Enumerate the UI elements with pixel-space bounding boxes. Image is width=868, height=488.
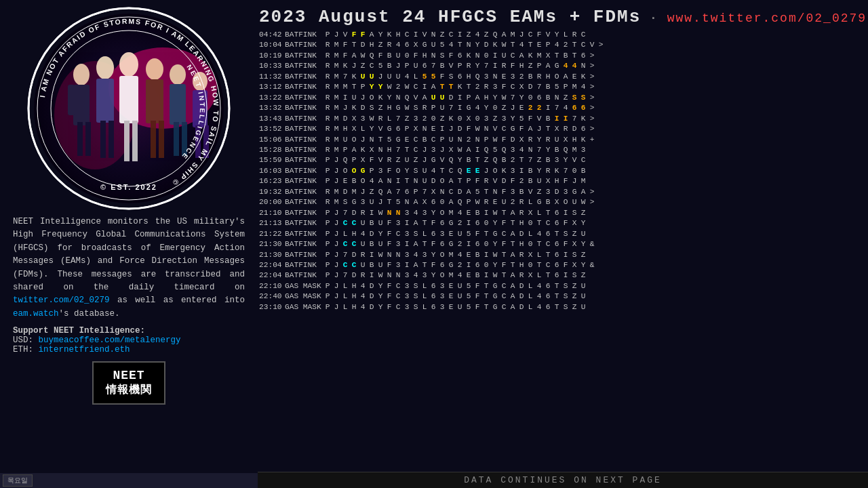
row-station: BATFINK [285,103,324,113]
svg-point-16 [170,64,186,85]
row-chars: RMDX3WRL7Z320ZK0X03Z3Y5FVBII7K> [324,114,595,124]
svg-rect-9 [83,85,90,115]
row-chars: RMPAKXNH7TCJ3JXWAIQ5Q34N7YBQM3 [324,145,587,155]
table-row: 04:42BATFINKPJVFFAYKHCIVNZCIZ4ZQAMJCFVYL… [259,30,863,40]
row-chars: PJCCUBUF3IATF6G2I60YFTH0TC6FXY& [324,260,595,270]
row-station: BATFINK [285,166,324,176]
table-row: 21:30BATFINKPJ7DRIWNN343YOM4EBIWTARXLT6I… [259,250,863,260]
row-time: 16:23 [259,176,285,186]
table-row: 19:32BATFINKRMDMJZQA76P7XNCDA5TNF3BVZ3D3… [259,187,863,197]
row-station: GAS MASK [285,281,324,291]
row-chars: RMHXLYVG6PXNEIJDFWNVCGFAJTXRD6> [324,124,595,134]
row-station: BATFINK [285,72,324,82]
row-time: 22:40 [259,291,285,302]
row-chars: RMFTDHZR46XGU54TNYDKWT4TEP42TCV> [324,40,604,50]
row-station: BATFINK [285,197,324,207]
row-station: BATFINK [285,260,324,270]
table-row: 13:32BATFINKRMJKDSZHGWSRPU7IG4Y0ZJE22I74… [259,103,863,113]
row-chars: RMIUJOKYNQVAUUDIPAHYW7Y06BNZSS> [324,93,595,103]
row-time: 23:10 [259,302,285,312]
row-chars: RMFAWQFBU0FHNSF6KN0IUCAKMXTBT6> [324,51,595,61]
svg-rect-8 [68,85,75,115]
eth-label: ETH: [13,345,33,354]
svg-rect-15 [146,79,163,123]
usd-link[interactable]: buymeacoffee.com/metalenergy [39,336,181,345]
row-chars: PJOOGP3FOYSU4TCQEEJOK3IBYRK70B [324,166,587,176]
row-time: 15:59 [259,155,285,165]
footer-bar: DATA CONTINUES ON NEXT PAGE [258,472,868,488]
row-time: 11:32 [259,72,285,82]
row-time: 13:12 [259,82,285,92]
table-row: 20:00BATFINKRMSG3UJT5NAX60AQPWREU2RLGBXO… [259,197,863,207]
row-chars: PJLH4DYFC3SL63EU5FTGCADL46TSZU [324,302,587,312]
svg-point-12 [119,52,138,77]
row-time: 21:13 [259,218,285,228]
row-time: 10:19 [259,51,285,61]
svg-rect-24 [124,121,130,161]
eth-link[interactable]: internetfriend.eth [39,345,130,354]
table-row: 13:52BATFINKRMHXLYVG6PXNEIJDFWNVCGFAJTXR… [259,124,863,134]
row-chars: RM7KUUJUU4L55FS6HQ3NE32BRHOAEK> [324,72,595,82]
circle-logo: I AM NOT AFRAID OF STORMS FOR I AM LEARN… [27,7,231,210]
table-row: 10:04BATFINKRMFTDHZR46XGU54TNYDKWT4TEP42… [259,40,863,50]
svg-rect-26 [151,121,156,158]
row-station: BATFINK [285,218,324,228]
svg-point-6 [73,64,90,85]
row-station: BATFINK [285,155,324,165]
row-chars: PJEBO4ANITNUDOATPFRVDF2BUXHFJM [324,176,587,186]
row-time: 21:30 [259,250,285,260]
row-time: 04:42 [259,30,285,40]
svg-rect-13 [119,76,138,123]
row-station: BATFINK [285,250,324,260]
svg-rect-27 [159,121,164,158]
row-chars: PJ7DRIWNN343YOM4EBIWTARXLT6ISZ [324,270,587,281]
row-chars: PJCCUBUF3IATF6G2I60YFTH0TC6FXY& [324,239,595,249]
eam-link[interactable]: eam.watch [13,309,59,319]
twitter-link[interactable]: twitter.com/02_0279 [13,296,110,305]
taskbar-item[interactable]: 목요일 [3,474,33,487]
support-title: Support NEET Intelligence: [13,326,145,336]
row-station: BATFINK [285,270,324,281]
row-station: BATFINK [285,135,324,145]
row-station: BATFINK [285,114,324,124]
row-station: BATFINK [285,40,324,50]
svg-point-14 [146,58,163,80]
table-row: 15:28BATFINKRMPAKXNH7TCJ3JXWAIQ5Q34N7YBQ… [259,145,863,155]
row-time: 21:30 [259,239,285,249]
table-row: 21:13BATFINKPJCCUBUF3IATF6G2I60YFTH0TC6F… [259,218,863,228]
svg-rect-20 [77,122,83,156]
row-time: 13:32 [259,103,285,113]
row-station: BATFINK [285,61,324,71]
row-time: 21:10 [259,208,285,218]
row-chars: PJLH4DYFC3SL63EU5FTGCADL46TSZU [324,229,587,239]
row-chars: RMSG3UJT5NAX60AQPWREU2RLGBXOUW> [324,197,595,207]
row-chars: PJ7DRIWNN343YOM4EBIWTARXLT6ISZ [324,208,587,218]
row-chars: PJLH4DYFC3SL63EU5FTGCADL46TSZU [324,281,587,291]
table-row: 11:32BATFINKRM7KUUJUU4L55FS6HQ3NE32BRHOA… [259,72,863,82]
table-row: 21:10BATFINKPJ7DRIWNN343YOM4EBIWTARXLT6I… [259,208,863,218]
table-row: 16:03BATFINKPJOOGP3FOYSU4TCQEEJOK3IBYRK7… [259,166,863,176]
row-time: 20:00 [259,197,285,207]
row-time: 13:22 [259,93,285,103]
table-row: 10:33BATFINKRMKJZC5BJPU67BVPRY7IRFHZPAG4… [259,61,863,71]
taskbar: 목요일 [0,473,258,488]
table-row: 22:04BATFINKPJ7DRIWNN343YOM4EBIWTARXLT6I… [259,270,863,281]
table-row: 15:59BATFINKPJQPXFVRZUZJGVQYBTZQB2T7ZB3Y… [259,155,863,165]
row-station: GAS MASK [285,302,324,312]
svg-rect-28 [174,122,179,156]
row-time: 19:32 [259,187,285,197]
table-row: 22:04BATFINKPJCCUBUF3IATF6G2I60YFTH0TC6F… [259,260,863,270]
svg-text:© EST. 2022: © EST. 2022 [100,183,157,191]
row-chars: RMJKDSZHGWSRPU7IG4Y0ZJE22I7466> [324,103,595,113]
right-panel: 2023 August 24 HFGCS EAMs + FDMs · www.t… [258,0,868,488]
row-station: BATFINK [285,51,324,61]
row-time: 15:28 [259,145,285,155]
svg-rect-17 [170,84,186,125]
row-chars: RMUOJNT5GECBCPUN2NPWFDXRYRUXHK+ [324,135,595,145]
row-time: 15:06 [259,135,285,145]
table-row: 13:12BATFINKRMMTPYYW2WCIATTKT2R3FCXD7B5P… [259,82,863,92]
svg-rect-11 [96,79,114,123]
row-station: BATFINK [285,82,324,92]
table-row: 15:06BATFINKRMUOJNT5GECBCPUN2NPWFDXRYRUX… [259,135,863,145]
row-time: 22:04 [259,260,285,270]
